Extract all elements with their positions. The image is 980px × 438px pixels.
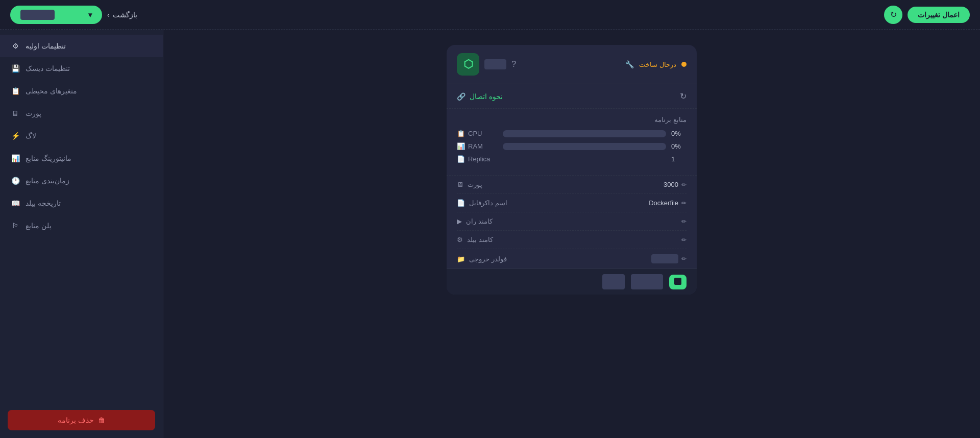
build-cmd-label: کامند بیلد ⚙ [457,236,493,244]
cpu-bar-container [503,130,666,137]
resources-title: منابع برنامه [457,116,687,124]
refresh-small-icon[interactable]: ↻ [680,91,687,101]
cpu-label-text: CPU [468,130,482,137]
sidebar-label-ports: پورت [26,109,41,117]
book-icon: 📖 [10,198,20,208]
sidebar-label-build-history: تاریخچه بیلد [26,199,61,207]
top-bar-left: اعمال تغییرات ↻ [884,6,970,24]
port-label-text: پورت [468,181,482,188]
sidebar: تنظیمات اولیه ⚙ تنظیمات دیسک 💾 متغیرهای … [0,30,163,438]
sidebar-item-resource-monitoring[interactable]: مانیتورینگ منابع 📊 [0,147,163,169]
help-icon[interactable]: ? [511,60,516,69]
port-value-container: ✏ 3000 [664,181,687,188]
replica-icon: 📄 [457,155,465,163]
sidebar-item-logs[interactable]: لاگ ⚡ [0,125,163,147]
build-cmd-value-container: ✏ [681,236,687,244]
replica-row: 1 Replica 📄 [457,155,687,163]
status-text: درحال ساخت [639,61,676,68]
connection-section: ↻ نحوه اتصال 🔗 [447,84,697,109]
port-value: 3000 [664,181,678,188]
replica-label: Replica 📄 [457,155,498,163]
sidebar-item-disk-settings[interactable]: تنظیمات دیسک 💾 [0,57,163,80]
connection-label: نحوه اتصال [470,92,503,101]
run-icon: ▶ [457,217,462,225]
footer-tab-blurred-1 [631,274,663,289]
clock-icon: 🕐 [10,176,20,186]
replica-label-text: Replica [468,155,490,163]
monitor-icon: 🖥 [10,108,20,118]
ram-label: RAM 📊 [457,142,498,150]
sidebar-item-resource-plan[interactable]: پلن منابع 🏳 [0,214,163,237]
settings-icon: ⚙ [10,41,20,51]
sidebar-label-env: متغیرهای محیطی [26,87,77,95]
sidebar-label-monitoring: مانیتورینگ منابع [26,154,71,162]
dockerfile-edit-icon[interactable]: ✏ [681,200,687,207]
run-cmd-edit-icon[interactable]: ✏ [681,218,687,225]
flag-icon: 🏳 [10,221,20,231]
wrench-icon: 🔧 [625,60,634,68]
back-button[interactable]: بازگشت › [107,11,137,19]
port-edit-icon[interactable]: ✏ [681,181,687,188]
clipboard-icon: 📋 [10,86,20,96]
dockerfile-icon: 📄 [457,199,465,207]
folder-icon: 📁 [457,255,465,263]
sidebar-label-basic: تنظیمات اولیه [26,42,66,50]
replica-value: 1 [671,155,687,163]
refresh-button[interactable]: ↻ [884,6,902,24]
chevron-right-icon: › [107,11,110,19]
top-bar-right: بازگشت › ▾ [10,6,137,24]
delete-app-button[interactable]: 🗑 حذف برنامه [8,410,155,430]
dockerfile-row: ✏ Dockerfile اسم داکرفایل 📄 [457,194,687,212]
content-area: درحال ساخت 🔧 ? ⬡ ↻ نحوه اتصال 🔗 [163,30,980,438]
footer-tab-active[interactable] [669,275,687,289]
sidebar-label-resource-plan: پلن منابع [26,222,52,230]
deploy-dropdown-button[interactable]: ▾ [10,6,102,24]
dockerfile-label-text: اسم داکرفایل [469,199,507,207]
cpu-icon: 📋 [457,130,465,137]
footer-tab-blurred-2 [602,274,624,289]
sidebar-item-env-vars[interactable]: متغیرهای محیطی 📋 [0,80,163,102]
disk-icon: 💾 [10,63,20,74]
card-header-left: ? ⬡ [457,53,516,76]
card-footer [447,269,697,295]
output-folder-label: فولدر خروجی 📁 [457,255,507,263]
ram-row: 0% RAM 📊 [457,142,687,150]
output-folder-label-text: فولدر خروجی [469,255,507,263]
output-folder-value-container: ✏ [651,254,687,263]
resources-section: منابع برنامه 0% CPU 📋 0% [447,109,697,175]
sidebar-label-logs: لاگ [26,132,36,140]
sidebar-bottom: 🗑 حذف برنامه [0,402,163,438]
build-icon: ⚙ [457,236,463,244]
config-section: ✏ 3000 پورت 🖥 ✏ Dockerfile اسم دا [447,175,697,269]
bolt-icon: ⚡ [10,131,20,141]
sidebar-item-resource-scheduling[interactable]: زمان‌بندی منابع 🕐 [0,169,163,192]
ram-label-text: RAM [468,142,483,150]
port-row: ✏ 3000 پورت 🖥 [457,176,687,194]
dockerfile-label: اسم داکرفایل 📄 [457,199,507,207]
card-header-right: درحال ساخت 🔧 [625,60,687,68]
sidebar-label-scheduling: زمان‌بندی منابع [26,177,69,185]
output-folder-edit-icon[interactable]: ✏ [681,255,687,262]
build-cmd-edit-icon[interactable]: ✏ [681,236,687,244]
run-cmd-label-text: کامند ران [466,217,493,225]
nodejs-icon: ⬡ [457,53,479,76]
sidebar-item-basic-settings[interactable]: تنظیمات اولیه ⚙ [0,35,163,57]
cpu-row: 0% CPU 📋 [457,130,687,137]
build-cmd-row: ✏ کامند بیلد ⚙ [457,231,687,249]
sidebar-item-ports[interactable]: پورت 🖥 [0,102,163,125]
cpu-value: 0% [671,130,687,137]
apply-changes-button[interactable]: اعمال تغییرات [908,7,970,23]
run-cmd-row: ✏ کامند ران ▶ [457,212,687,231]
port-label: پورت 🖥 [457,181,482,188]
run-cmd-label: کامند ران ▶ [457,217,493,225]
app-card: درحال ساخت 🔧 ? ⬡ ↻ نحوه اتصال 🔗 [447,45,697,295]
sidebar-items: تنظیمات اولیه ⚙ تنظیمات دیسک 💾 متغیرهای … [0,30,163,242]
connection-link[interactable]: نحوه اتصال 🔗 [457,92,503,101]
link-icon: 🔗 [457,92,465,101]
sidebar-label-disk: تنظیمات دیسک [26,64,70,72]
sidebar-item-build-history[interactable]: تاریخچه بیلد 📖 [0,192,163,214]
deploy-label [20,10,55,20]
cpu-label: CPU 📋 [457,130,498,137]
top-bar: اعمال تغییرات ↻ بازگشت › ▾ [0,0,980,30]
ram-value: 0% [671,142,687,150]
